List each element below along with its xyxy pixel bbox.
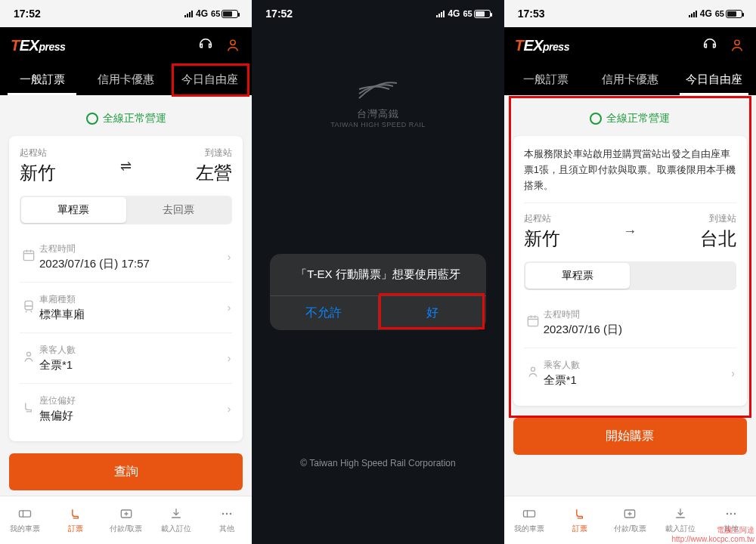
screen-today-seat: 17:53 4G 65 TEXpress 一般訂票 xyxy=(504,0,756,544)
row-seat-pref[interactable]: 座位偏好無偏好 › xyxy=(20,383,232,434)
svg-point-16 xyxy=(730,513,732,515)
alert-title: 「T-EX 行動購票」想要使用藍牙 xyxy=(270,254,485,295)
alert-ok-button[interactable]: 好 xyxy=(378,296,486,330)
tab-general[interactable]: 一般訂票 xyxy=(504,63,588,95)
nav-more[interactable]: 其他 xyxy=(202,496,253,544)
nav-pay[interactable]: 付款/取票 xyxy=(101,496,151,544)
row-passengers[interactable]: 乘客人數全票*1 › xyxy=(524,348,736,398)
alert-deny-button[interactable]: 不允許 xyxy=(270,296,377,330)
chevron-right-icon: › xyxy=(228,251,231,263)
svg-point-15 xyxy=(726,513,728,515)
person-icon xyxy=(21,349,39,367)
profile-icon[interactable] xyxy=(729,37,745,54)
station-selector: 起程站 新竹 → 到達站 台北 xyxy=(524,202,736,251)
opt-oneway[interactable]: 單程票 xyxy=(21,197,126,223)
service-status: 全線正常營運 xyxy=(9,104,243,136)
copyright: © Taiwan High Speed Rail Corporation xyxy=(252,458,503,468)
svg-point-9 xyxy=(230,513,232,515)
svg-point-8 xyxy=(226,513,228,515)
nav-mytickets[interactable]: 我的車票 xyxy=(0,496,51,544)
support-icon[interactable] xyxy=(702,37,718,54)
tab-today[interactable]: 今日自由座 xyxy=(168,63,252,95)
svg-point-17 xyxy=(733,513,736,515)
battery-icon: 65 xyxy=(715,9,742,18)
app-logo: TEXpress xyxy=(515,37,569,54)
signal-icon xyxy=(689,10,697,17)
trip-type-segment: 單程票 去回票 xyxy=(20,196,232,224)
start-purchase-button[interactable]: 開始購票 xyxy=(513,418,747,455)
svg-point-12 xyxy=(531,368,534,372)
nav-booking[interactable]: 訂票 xyxy=(554,496,605,544)
network-label: 4G xyxy=(700,8,712,19)
to-station[interactable]: 到達站 左營 xyxy=(137,147,233,185)
calendar-icon xyxy=(525,314,544,332)
seat-icon xyxy=(21,400,39,418)
tab-credit[interactable]: 信用卡優惠 xyxy=(588,63,672,95)
status-right: 4G 65 xyxy=(184,8,238,19)
search-button[interactable]: 查詢 xyxy=(9,453,243,490)
chevron-right-icon: › xyxy=(731,367,735,379)
app-logo: TEXpress xyxy=(11,37,65,54)
network-label: 4G xyxy=(196,8,208,19)
svg-point-0 xyxy=(231,40,235,45)
station-selector: 起程站 新竹 ⇌ 到達站 左營 xyxy=(20,147,232,185)
splash-logo: 台灣高鐵 TAIWAN HIGH SPEED RAIL xyxy=(252,76,503,128)
tab-today[interactable]: 今日自由座 xyxy=(672,63,756,95)
calendar-icon xyxy=(21,248,39,266)
status-time: 17:52 xyxy=(14,8,41,20)
content-area: 全線正常營運 本服務限於車站啟用並購買當站出發之自由座車票1張，且須立即付款與取… xyxy=(504,95,756,464)
app-header: TEXpress xyxy=(0,27,252,63)
opt-round[interactable]: 去回票 xyxy=(126,197,231,223)
screen-splash: 17:52 4G 65 台灣高鐵 TAIWAN HIGH SPEED RAIL … xyxy=(252,0,503,544)
opt-oneway: 單程票 xyxy=(525,263,631,289)
battery-icon: 65 xyxy=(211,9,238,18)
trip-type-segment: 單程票 xyxy=(524,261,736,290)
svg-rect-13 xyxy=(523,511,534,517)
train-icon xyxy=(21,298,39,317)
from-station[interactable]: 起程站 新竹 xyxy=(20,147,116,185)
status-bar: 17:53 4G 65 xyxy=(504,0,756,27)
row-passengers[interactable]: 乘客人數全票*1 › xyxy=(20,332,232,383)
signal-icon xyxy=(184,10,193,17)
person-icon xyxy=(525,364,544,382)
tab-general[interactable]: 一般訂票 xyxy=(0,63,84,95)
chevron-right-icon: › xyxy=(228,352,231,364)
today-card: 本服務限於車站啟用並購買當站出發之自由座車票1張，且須立即付款與取票。取票後限用… xyxy=(513,136,747,406)
nav-booking[interactable]: 訂票 xyxy=(51,496,101,544)
row-depart-time[interactable]: 去程時間2023/07/16 (日) 17:57 › xyxy=(20,232,232,282)
svg-point-10 xyxy=(735,40,739,45)
nav-pay[interactable]: 付款/取票 xyxy=(605,496,655,544)
svg-rect-1 xyxy=(23,251,33,261)
status-right: 4G 65 xyxy=(689,8,742,19)
profile-icon[interactable] xyxy=(225,37,241,54)
swap-icon[interactable]: ⇌ xyxy=(116,158,137,175)
svg-point-3 xyxy=(27,352,31,356)
svg-point-7 xyxy=(222,513,225,515)
screen-booking: 17:52 4G 65 TEXpress 一般訂票 xyxy=(0,0,252,544)
row-depart-time[interactable]: 去程時間2023/07/16 (日) xyxy=(524,298,736,348)
from-station[interactable]: 起程站 新竹 xyxy=(524,212,620,251)
bluetooth-alert: 「T-EX 行動購票」想要使用藍牙 不允許 好 xyxy=(270,254,485,330)
content-area: 全線正常營運 起程站 新竹 ⇌ 到達站 左營 單程票 去回票 xyxy=(0,95,252,524)
to-station[interactable]: 到達站 台北 xyxy=(640,212,736,251)
network-label: 4G xyxy=(448,8,460,19)
svg-rect-2 xyxy=(25,301,33,310)
signal-icon xyxy=(436,10,445,17)
app-header: TEXpress xyxy=(504,27,756,63)
status-right: 4G 65 xyxy=(436,8,490,19)
svg-rect-11 xyxy=(528,317,538,327)
row-car-type[interactable]: 車廂種類標準車廂 › xyxy=(20,282,232,332)
tab-credit[interactable]: 信用卡優惠 xyxy=(84,63,168,95)
status-bar: 17:52 4G 65 xyxy=(0,0,252,27)
status-time: 17:52 xyxy=(265,8,293,20)
nav-mytickets[interactable]: 我的車票 xyxy=(504,496,555,544)
nav-import[interactable]: 載入訂位 xyxy=(151,496,202,544)
support-icon[interactable] xyxy=(197,37,214,54)
top-tabs: 一般訂票 信用卡優惠 今日自由座 xyxy=(504,63,756,95)
service-status: 全線正常營運 xyxy=(513,104,747,136)
top-tabs: 一般訂票 信用卡優惠 今日自由座 xyxy=(0,63,252,95)
booking-card: 起程站 新竹 ⇌ 到達站 左營 單程票 去回票 xyxy=(9,136,243,441)
bottom-nav: 我的車票 訂票 付款/取票 載入訂位 其他 xyxy=(0,496,252,544)
watermark: 電腦王阿達 http://www.kocpc.com.tw xyxy=(672,526,754,544)
chevron-right-icon: › xyxy=(228,301,231,314)
